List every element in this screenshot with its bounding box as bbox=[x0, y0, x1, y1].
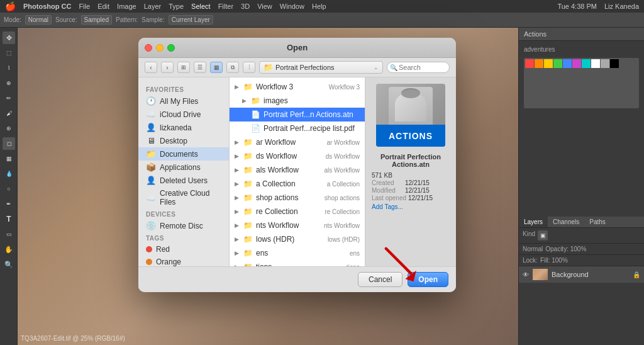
file-row-als-workflow[interactable]: ▶ 📁 als Workflow als Workflow bbox=[230, 163, 365, 177]
swatch-3[interactable] bbox=[544, 59, 553, 68]
sidebar-item-all-my-files[interactable]: 🕐 All My Files bbox=[138, 94, 229, 108]
shape-tool[interactable]: ▭ bbox=[3, 228, 15, 240]
back-btn[interactable]: ‹ bbox=[145, 62, 157, 73]
sidebar-label-creative-cloud-files: Creative Cloud Files bbox=[160, 189, 221, 206]
swatch-4[interactable] bbox=[553, 59, 562, 68]
file-row-ens[interactable]: ▶ 📁 ens ens bbox=[230, 246, 365, 260]
file-row-workflow3[interactable]: ▶ 📁 Workflow 3 Workflow 3 bbox=[230, 80, 365, 94]
eraser-tool[interactable]: ◻ bbox=[3, 137, 15, 150]
dodge-tool[interactable]: ○ bbox=[3, 183, 15, 195]
open-button[interactable]: Open bbox=[408, 272, 448, 287]
sidebar-item-creative-cloud-files[interactable]: ☁️ Creative Cloud Files bbox=[138, 187, 229, 208]
sidebar-item-applications[interactable]: 📦 Applications bbox=[138, 161, 229, 174]
user-icon: 👤 bbox=[146, 123, 156, 132]
maximize-window-btn[interactable] bbox=[167, 44, 175, 52]
brush-tool[interactable]: 🖌 bbox=[3, 107, 15, 120]
cancel-button[interactable]: Cancel bbox=[358, 272, 402, 287]
eyedropper-tool[interactable]: ✏ bbox=[3, 92, 15, 105]
menu-edit[interactable]: Edit bbox=[97, 3, 109, 10]
view-columns-btn[interactable]: ▦ bbox=[210, 62, 223, 73]
view-icon-btn[interactable]: ⊞ bbox=[177, 62, 190, 73]
sidebar-item-remote-disc[interactable]: 💿 Remote Disc bbox=[138, 219, 229, 232]
gradient-tool[interactable]: ▦ bbox=[3, 152, 15, 165]
tab-channels[interactable]: Channels bbox=[548, 217, 584, 227]
swatch-5[interactable] bbox=[563, 59, 572, 68]
file-row-images[interactable]: ▶ 📁 images bbox=[230, 94, 365, 108]
file-row-shop-actions[interactable]: ▶ 📁 shop actions shop actions bbox=[230, 191, 365, 205]
location-dropdown[interactable]: 📁 Portrait Perfections ⌄ bbox=[259, 61, 383, 74]
folder-rc-icon: 📁 bbox=[243, 207, 253, 216]
close-window-btn[interactable] bbox=[145, 44, 152, 52]
menu-help[interactable]: Help bbox=[312, 3, 326, 10]
menu-image[interactable]: Image bbox=[117, 3, 136, 10]
sidebar-item-documents[interactable]: 📁 Documents bbox=[138, 147, 229, 161]
tab-layers[interactable]: Layers bbox=[519, 217, 548, 227]
file-name-images: images bbox=[264, 96, 360, 105]
eye-icon[interactable]: 👁 bbox=[523, 271, 529, 278]
sidebar-item-lizkaneda[interactable]: 👤 lizkaneda bbox=[138, 121, 229, 134]
preview-metadata: 571 KB Created 12/21/15 Modified 12/21/1… bbox=[372, 172, 450, 210]
sidebar-item-red[interactable]: Red bbox=[138, 243, 229, 256]
file-row-hdr[interactable]: ▶ 📁 lows (HDR) lows (HDR) bbox=[230, 232, 365, 246]
layer-row-background[interactable]: 👁 Background 🔒 bbox=[519, 266, 644, 283]
hand-tool[interactable]: ✋ bbox=[3, 243, 15, 256]
zoom-tool[interactable]: 🔍 bbox=[3, 258, 15, 271]
move-tool[interactable]: ✥ bbox=[3, 31, 15, 44]
folder-sa-icon: 📁 bbox=[243, 193, 253, 202]
swatch-6[interactable] bbox=[572, 59, 581, 68]
marquee-tool[interactable]: ⬚ bbox=[3, 47, 15, 59]
sidebar-item-icloud-drive[interactable]: ☁️ iCloud Drive bbox=[138, 108, 229, 121]
menu-view[interactable]: View bbox=[257, 3, 272, 10]
menu-file[interactable]: File bbox=[79, 3, 90, 10]
menu-photoshop[interactable]: Photoshop CC bbox=[23, 3, 71, 10]
sidebar-label-remote-disc: Remote Disc bbox=[160, 222, 203, 230]
swatch-7[interactable] bbox=[582, 59, 591, 68]
type-tool[interactable]: T bbox=[3, 213, 15, 225]
preview-filename: Portrait Perfection Actions.atn bbox=[372, 153, 450, 168]
file-row-tions[interactable]: ▶ 📁 tions tions bbox=[230, 260, 365, 266]
crop-tool[interactable]: ⊕ bbox=[3, 77, 15, 89]
devices-section-title: Devices bbox=[138, 208, 229, 219]
sidebar-item-orange[interactable]: Orange bbox=[138, 256, 229, 266]
tool-layer-value[interactable]: Current Layer bbox=[169, 15, 213, 25]
menu-type[interactable]: Type bbox=[169, 3, 184, 10]
swatch-9[interactable] bbox=[601, 59, 609, 68]
file-row-ar-workflow[interactable]: ▶ 📁 ar Workflow ar Workflow bbox=[230, 135, 365, 149]
minimize-window-btn[interactable] bbox=[156, 44, 164, 52]
blur-tool[interactable]: 💧 bbox=[3, 167, 15, 180]
menu-filter[interactable]: Filter bbox=[218, 3, 233, 10]
view-coverflow-btn[interactable]: ⧉ bbox=[226, 62, 239, 73]
open-dialog: Open ‹ › ⊞ ☰ ▦ ⧉ ⋮ 📁 Portrait Perfection… bbox=[138, 38, 456, 292]
sidebar-item-desktop[interactable]: 🖥 Desktop bbox=[138, 134, 229, 147]
file-row-actions-atn[interactable]: 📄 Portrait Perf...n Actions.atn bbox=[230, 108, 365, 122]
file-row-re-collection[interactable]: ▶ 📁 re Collection re Collection bbox=[230, 205, 365, 218]
layers-filter-btn[interactable]: ▣ bbox=[538, 230, 548, 240]
actions-swatches bbox=[524, 58, 639, 108]
file-row-a-collection[interactable]: ▶ 📁 a Collection a Collection bbox=[230, 177, 365, 191]
swatch-2[interactable] bbox=[535, 59, 543, 68]
menu-select[interactable]: Select bbox=[191, 3, 211, 10]
tab-paths[interactable]: Paths bbox=[584, 217, 611, 227]
tool-sample-label: Sample: bbox=[142, 16, 165, 23]
swatch-8[interactable] bbox=[591, 59, 600, 68]
menu-layer[interactable]: Layer bbox=[144, 3, 162, 10]
view-list-btn[interactable]: ☰ bbox=[194, 62, 206, 73]
add-tags-link[interactable]: Add Tags... bbox=[372, 203, 450, 210]
pen-tool[interactable]: ✒ bbox=[3, 198, 15, 210]
lasso-tool[interactable]: ⌇ bbox=[3, 62, 15, 74]
tool-mode-value[interactable]: Normal bbox=[25, 15, 52, 25]
file-row-nts-workflow[interactable]: ▶ 📁 nts Workflow nts Workflow bbox=[230, 218, 365, 232]
menu-window[interactable]: Window bbox=[280, 3, 304, 10]
file-row-ds-workflow[interactable]: ▶ 📁 ds Workflow ds Workflow bbox=[230, 149, 365, 163]
swatch-1[interactable] bbox=[525, 59, 534, 68]
sidebar-item-deleted-users[interactable]: 👤 Deleted Users bbox=[138, 174, 229, 187]
view-options-btn[interactable]: ⋮ bbox=[243, 62, 255, 73]
file-row-recipe-list[interactable]: 📄 Portrait Perf...recipe list.pdf bbox=[230, 122, 365, 135]
menu-3d[interactable]: 3D bbox=[241, 3, 250, 10]
tool-source-value[interactable]: Sampled bbox=[81, 15, 112, 25]
apple-menu[interactable]: 🍎 bbox=[5, 1, 16, 11]
forward-btn[interactable]: › bbox=[161, 62, 174, 73]
swatch-10[interactable] bbox=[610, 59, 619, 68]
clone-tool[interactable]: ⊛ bbox=[3, 122, 15, 135]
blend-mode-row: Normal Opacity: 100% bbox=[519, 244, 644, 255]
